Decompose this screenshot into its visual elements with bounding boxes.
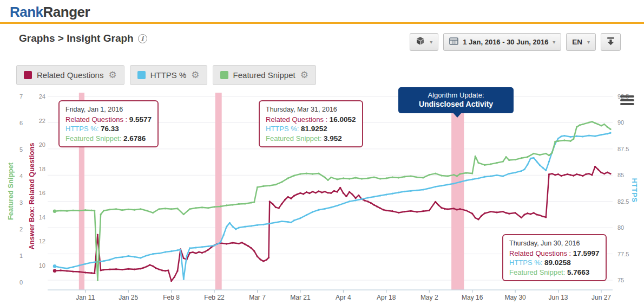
data-point[interactable] <box>392 193 393 195</box>
data-point[interactable] <box>379 208 381 209</box>
data-point[interactable] <box>561 175 562 177</box>
data-point[interactable] <box>149 264 150 266</box>
data-point[interactable] <box>115 208 117 210</box>
data-point[interactable] <box>333 190 335 192</box>
algorithm-update-band[interactable] <box>215 93 222 290</box>
data-point[interactable] <box>226 226 227 228</box>
data-point[interactable] <box>349 191 350 193</box>
data-point[interactable] <box>471 213 473 215</box>
data-point[interactable] <box>471 178 473 180</box>
data-point[interactable] <box>573 175 574 177</box>
data-point[interactable] <box>385 194 387 196</box>
data-point[interactable] <box>539 154 541 156</box>
data-point[interactable] <box>456 209 458 210</box>
data-point[interactable] <box>496 211 498 213</box>
data-point[interactable] <box>349 200 350 202</box>
data-point[interactable] <box>287 177 289 179</box>
data-point[interactable] <box>201 252 203 254</box>
data-point[interactable] <box>456 175 458 177</box>
data-point[interactable] <box>521 157 522 159</box>
data-point[interactable] <box>281 221 282 222</box>
data-point[interactable] <box>508 173 510 174</box>
data-point[interactable] <box>324 177 326 178</box>
data-point[interactable] <box>176 208 178 209</box>
data-point[interactable] <box>176 249 178 251</box>
data-point[interactable] <box>477 162 479 164</box>
data-point[interactable] <box>91 272 93 274</box>
data-point[interactable] <box>373 196 375 197</box>
data-point[interactable] <box>582 124 583 125</box>
data-point[interactable] <box>579 124 581 126</box>
data-point[interactable] <box>109 209 111 210</box>
data-point[interactable] <box>195 207 196 209</box>
data-point[interactable] <box>78 271 80 273</box>
data-point[interactable] <box>128 255 129 257</box>
data-point[interactable] <box>370 202 372 204</box>
data-point[interactable] <box>152 253 154 255</box>
data-point[interactable] <box>594 166 596 167</box>
data-point[interactable] <box>293 174 295 176</box>
algorithm-update-banner[interactable]: Algorithm Update: Undisclosed Activity <box>398 87 514 113</box>
data-point[interactable] <box>398 192 399 193</box>
gear-icon[interactable]: ⚙ <box>191 70 199 80</box>
data-point[interactable] <box>152 266 154 267</box>
data-point[interactable] <box>158 208 160 210</box>
data-point[interactable] <box>121 209 123 211</box>
data-point[interactable] <box>158 269 160 270</box>
data-point[interactable] <box>591 174 593 176</box>
data-point[interactable] <box>524 169 525 170</box>
data-point[interactable] <box>521 170 522 172</box>
rankranger-logo[interactable]: RankRanger <box>10 4 90 21</box>
data-point[interactable] <box>533 157 535 159</box>
data-point[interactable] <box>241 242 243 243</box>
data-point[interactable] <box>444 208 445 210</box>
chart-menu-button[interactable] <box>620 95 634 107</box>
data-point[interactable] <box>545 170 547 171</box>
data-point[interactable] <box>167 269 169 271</box>
data-point[interactable] <box>576 173 577 175</box>
data-point[interactable] <box>609 173 611 174</box>
data-point[interactable] <box>103 210 104 211</box>
data-point[interactable] <box>134 256 135 257</box>
data-point[interactable] <box>422 177 424 178</box>
data-point[interactable] <box>376 206 378 208</box>
data-point[interactable] <box>176 270 178 271</box>
data-point[interactable] <box>392 176 393 178</box>
data-point[interactable] <box>536 214 537 215</box>
data-point[interactable] <box>183 214 185 215</box>
data-point[interactable] <box>257 224 258 226</box>
data-point[interactable] <box>158 253 160 254</box>
data-point[interactable] <box>588 173 590 174</box>
data-point[interactable] <box>146 255 148 256</box>
data-point[interactable] <box>91 262 93 263</box>
data-point[interactable] <box>290 222 292 223</box>
data-point[interactable] <box>66 270 68 271</box>
data-point[interactable] <box>297 193 298 195</box>
data-point[interactable] <box>597 124 599 125</box>
data-point[interactable] <box>207 207 209 209</box>
data-point[interactable] <box>345 196 347 197</box>
data-point[interactable] <box>165 208 166 209</box>
data-point[interactable] <box>361 198 363 200</box>
data-point[interactable] <box>533 212 535 214</box>
data-point[interactable] <box>278 208 280 209</box>
data-point[interactable] <box>174 276 175 278</box>
data-point[interactable] <box>508 213 510 215</box>
data-point[interactable] <box>312 191 313 192</box>
data-point[interactable] <box>66 210 68 212</box>
data-point[interactable] <box>315 192 317 193</box>
data-point[interactable] <box>97 234 98 236</box>
data-point[interactable] <box>262 185 264 187</box>
data-point[interactable] <box>588 135 590 137</box>
legend-item-featured-snippet[interactable]: Featured Snippet⚙ <box>213 65 316 85</box>
data-point[interactable] <box>545 216 547 218</box>
data-point[interactable] <box>251 247 252 249</box>
data-point[interactable] <box>134 209 135 211</box>
data-point[interactable] <box>161 269 163 271</box>
data-point[interactable] <box>603 173 605 174</box>
data-point[interactable] <box>597 169 599 170</box>
data-point[interactable] <box>53 269 56 273</box>
data-point[interactable] <box>53 210 56 213</box>
data-point[interactable] <box>284 199 286 200</box>
data-point[interactable] <box>60 210 62 211</box>
